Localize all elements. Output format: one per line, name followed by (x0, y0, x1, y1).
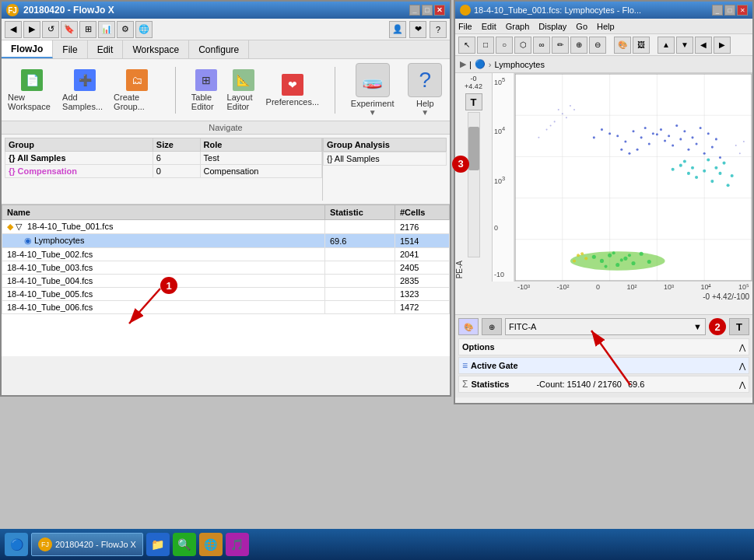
file-row-001[interactable]: ◆ ▽ 18-4-10_Tube_001.fcs 2176 (2, 220, 450, 234)
svg-point-17 (656, 133, 658, 135)
y-scroll-area: 3 (455, 112, 492, 257)
y-scrollbar-thumb[interactable] (468, 127, 479, 170)
active-gate-panel[interactable]: ≡ Active Gate ⋀ (458, 357, 749, 374)
preferences-icon: ❤ (282, 74, 303, 96)
svg-point-68 (580, 252, 584, 255)
picture-tool[interactable]: 🖼 (633, 37, 650, 54)
person-icon[interactable]: 👤 (389, 21, 406, 38)
lasso-tool[interactable]: ∞ (533, 37, 550, 54)
taskbar-flowjo-btn[interactable]: FJ 20180420 - FlowJo X (31, 533, 143, 556)
refresh-icon[interactable]: ↺ (42, 21, 59, 38)
restore-button[interactable]: □ (422, 5, 433, 16)
taskbar-icon-1[interactable]: 🔵 (5, 533, 28, 556)
minimize-button[interactable]: _ (409, 5, 420, 16)
stats-value: Count: 15140 / 21760 (539, 380, 622, 389)
settings-icon[interactable]: ⚙ (117, 21, 134, 38)
taskbar-icon-3[interactable]: 🔍 (173, 533, 196, 556)
taskbar-icon-5[interactable]: 🎵 (226, 533, 249, 556)
svg-point-21 (687, 149, 689, 151)
help-action[interactable]: ? Help ▼ (407, 63, 444, 117)
color-tool[interactable]: 🎨 (614, 37, 631, 54)
plot-menu-go[interactable]: Go (576, 22, 587, 31)
tab-flowjo[interactable]: FlowJo (2, 40, 53, 58)
statistics-panel[interactable]: Σ Statistics - Count: 15140 / 21760 69.6… (458, 376, 749, 393)
arrow-tool[interactable]: ↖ (458, 37, 475, 54)
experiment-icon: 🧫 (356, 63, 390, 97)
quick-actions: 📄 New Workspace ➕ Add Samples... 🗂 Creat… (2, 59, 450, 121)
layout-editor-action[interactable]: 📐 Layout Editor (227, 69, 260, 111)
group-analysis-allsamples[interactable]: {} All Samples (323, 152, 447, 166)
toolbar-row: ◀ ▶ ↺ 🔖 ⊞ 📊 ⚙ 🌐 👤 ❤ ? (2, 19, 450, 40)
bc-expand-icon[interactable]: ▶ (460, 59, 466, 69)
svg-point-48 (714, 166, 717, 170)
file-row-005[interactable]: 18-4-10_Tube_005.fcs 1323 (2, 288, 450, 301)
preferences-action[interactable]: ❤ Preferences... (266, 74, 319, 107)
right-close-btn[interactable]: ✕ (737, 5, 748, 16)
minus-tool[interactable]: ⊖ (589, 37, 606, 54)
experiment-action[interactable]: 🧫 Experiment ▼ (351, 63, 395, 117)
left-titlebar: FJ 20180420 - FlowJo X _ □ ✕ (2, 2, 450, 19)
back-icon[interactable]: ◀ (5, 21, 22, 38)
plot-canvas[interactable] (514, 73, 752, 282)
group-row-allsamples[interactable]: {} All Samples 6 Test (5, 152, 322, 165)
tab-edit[interactable]: Edit (88, 40, 124, 58)
file-row-lymphocytes[interactable]: ◉ Lymphocytes 69.6 1514 (2, 234, 450, 248)
file-row-002[interactable]: 18-4-10_Tube_002.fcs 2041 (2, 248, 450, 261)
channel-add-btn[interactable]: ⊕ (482, 318, 502, 335)
globe-icon[interactable]: 🌐 (135, 21, 153, 38)
table-icon[interactable]: ⊞ (79, 21, 96, 38)
taskbar-icon-4[interactable]: 🌐 (199, 533, 223, 556)
nav-left-btn[interactable]: ◀ (695, 37, 712, 54)
svg-point-25 (719, 156, 721, 159)
chart-icon[interactable]: 📊 (98, 21, 115, 38)
file-row-006[interactable]: 18-4-10_Tube_006.fcs 1472 (2, 301, 450, 314)
separator-2 (335, 67, 335, 114)
nav-down-btn[interactable]: ▼ (676, 37, 693, 54)
bookmark-icon[interactable]: 🔖 (61, 21, 78, 38)
svg-point-52 (731, 174, 734, 177)
nav-up-btn[interactable]: ▲ (658, 37, 675, 54)
create-group-action[interactable]: 🗂 Create Group... (114, 69, 160, 111)
taskbar-icon-2[interactable]: 📁 (146, 533, 170, 556)
y-axis-panel: -0+4.42 T 3 PE-A (455, 73, 493, 282)
y-t-button[interactable]: T (465, 93, 482, 110)
active-gate-icon: ≡ (462, 360, 468, 371)
rect-tool[interactable]: □ (477, 37, 494, 54)
tab-workspace[interactable]: Workspace (123, 40, 189, 58)
right-minimize-btn[interactable]: _ (712, 5, 723, 16)
new-workspace-action[interactable]: 📄 New Workspace (8, 69, 56, 111)
help-icon[interactable]: ? (430, 21, 447, 38)
nav-right-btn[interactable]: ▶ (714, 37, 731, 54)
file-row-004[interactable]: 18-4-10_Tube_004.fcs 2835 (2, 275, 450, 288)
channel-dropdown[interactable]: FITC-A ▼ (505, 318, 706, 335)
group-row-compensation[interactable]: {} Compensation 0 Compensation (5, 165, 322, 178)
poly-tool[interactable]: ⬡ (514, 37, 531, 54)
add-samples-action[interactable]: ➕ Add Samples... (62, 69, 107, 111)
close-button[interactable]: ✕ (434, 5, 445, 16)
plot-menu-edit[interactable]: Edit (482, 22, 496, 31)
forward-icon[interactable]: ▶ (23, 21, 40, 38)
plot-menu-help[interactable]: Help (597, 22, 615, 31)
pencil-tool[interactable]: ✏ (552, 37, 569, 54)
tab-configure[interactable]: Configure (189, 40, 249, 58)
x-tick-5: 10⁵ (738, 283, 749, 291)
t-button[interactable]: T (729, 318, 749, 335)
tab-file[interactable]: File (53, 40, 87, 58)
heart-icon[interactable]: ❤ (409, 21, 426, 38)
ellipse-tool[interactable]: ○ (496, 37, 513, 54)
svg-point-65 (577, 254, 580, 257)
table-editor-action[interactable]: ⊞ Table Editor (191, 69, 221, 111)
options-panel[interactable]: Options ⋀ (458, 338, 749, 355)
right-restore-btn[interactable]: □ (724, 5, 735, 16)
bc-home-icon[interactable]: 🔵 (475, 59, 486, 69)
y-scrollbar[interactable] (468, 112, 480, 257)
plot-menu-graph[interactable]: Graph (506, 22, 530, 31)
plot-menu-display[interactable]: Display (538, 22, 566, 31)
left-window-title: 20180420 - FlowJo X (23, 5, 114, 16)
plot-menu-file[interactable]: File (458, 22, 472, 31)
separator-1 (175, 67, 176, 114)
channel-color-btn[interactable]: 🎨 (458, 318, 479, 335)
plus-tool[interactable]: ⊕ (570, 37, 587, 54)
taskbar-flowjo-icon: FJ (38, 537, 52, 551)
file-row-003[interactable]: 18-4-10_Tube_003.fcs 2405 (2, 261, 450, 275)
